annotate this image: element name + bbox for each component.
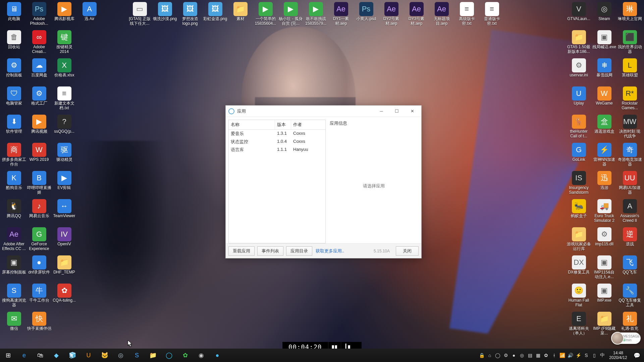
desktop-icon[interactable]: ▶腾讯视频 [26,114,52,142]
desktop-icon[interactable]: 🐜蚂蚁盒子 [566,198,591,227]
events-button[interactable]: 事件列表 [257,246,283,256]
desktop-icon[interactable]: ⬇软件管理 [1,114,26,142]
desktop-icon[interactable]: ISInsurgency Sandstorm [566,170,591,198]
tray-vol-icon[interactable]: 🔊 [566,349,574,362]
desktop-icon[interactable]: MW决胜时刻 现代战争 [617,114,642,142]
desktop-icon[interactable]: ▣IMP115&自动注入.e... [592,255,617,283]
desktop-icon[interactable]: AeDY2号素材.aep [379,1,404,29]
desktop-icon[interactable]: 逆逆战 [617,227,642,255]
taskbar-steam[interactable]: ◎ [113,349,129,362]
desktop-icon[interactable]: 迅迅游 [592,170,617,198]
tray-ime-icon[interactable]: 中 [598,349,606,362]
desktop-icon[interactable]: AeAdobe After Effects CC ... [1,227,26,255]
desktop-icon[interactable]: ●dnf录屏软件 [26,255,52,283]
desktop-icon[interactable]: AeDY1—素材.aep [328,1,354,29]
desktop-icon[interactable]: ⚙格式工厂 [26,86,52,114]
desktop-icon[interactable]: 飞QQ飞车 [617,255,642,283]
tray-t1-icon[interactable]: 🔒 [478,349,486,362]
taskbar-cq[interactable]: ● [209,349,225,362]
col-author[interactable]: 作者 [291,120,325,129]
desktop-icon[interactable]: ▣残局喊话.exe [592,29,617,58]
desktop-icon[interactable]: 📁素材 [228,1,253,29]
desktop-icon[interactable]: UUplay [566,86,591,114]
tray-net-icon[interactable]: 📶 [558,349,566,362]
reload-button[interactable]: 重载应用 [228,246,255,256]
desktop-icon[interactable]: X价格表.xlsx [52,58,77,86]
taskbar-app2[interactable]: 🧊 [64,349,80,362]
tray-t12-icon[interactable]: ▯ [590,349,598,362]
desktop-icon[interactable]: ❄暴雪战网 [592,58,617,86]
desktop-icon[interactable]: 商拼多多商家工作台 [1,142,26,170]
minimize-button[interactable]: ─ [374,106,389,117]
desktop-icon[interactable]: 🖥此电脑 [1,1,26,29]
close-button[interactable]: ✕ [405,106,420,117]
action-center-icon[interactable]: 💬 [630,352,644,359]
desktop-icon[interactable]: ⚡雷神NN加速器 [592,142,617,170]
desktop-icon[interactable]: S搜狗高速浏览器 [1,283,26,311]
tray-t3-icon[interactable]: ◯ [494,349,502,362]
desktop-icon[interactable]: L英雄联盟 [617,58,642,86]
desktop-icon[interactable]: R*Rockstar Games... [617,86,642,114]
taskbar-app4[interactable]: ◯ [161,349,177,362]
tray-t4-icon[interactable]: ⚙ [502,349,510,362]
close-dialog-button[interactable]: 关闭 [396,246,419,256]
desktop-icon[interactable]: 🖼梦想改造logo.png [177,1,203,29]
desktop-icon[interactable]: Ae无标题项目.aep [429,1,454,29]
desktop-icon[interactable]: ✉微信 [1,311,26,339]
taskbar-sogou[interactable]: S [129,349,145,362]
taskbar-obs[interactable]: ◉ [193,349,209,362]
desktop-icon[interactable]: ≡普通版卡密.txt [479,1,504,29]
desktop-icon[interactable]: GGoLink [566,142,591,170]
tray-t11-icon[interactable]: S [582,349,590,362]
desktop-icon[interactable]: 🙂Human Fall Flat [566,283,591,311]
desktop-icon[interactable]: 🐧腾讯QQ [1,198,26,227]
desktop-icon[interactable]: ✿CQA-tuling... [52,283,77,311]
desktop-icon[interactable]: 琳琳琅天上官网 [617,1,642,29]
desktop-icon[interactable]: B哔哩哔哩直播姬 [26,170,52,198]
desktop-icon[interactable]: A迅 Air [77,1,102,29]
desktop-icon[interactable]: 奇奇游电竞加速器 [617,142,642,170]
desktop-icon[interactable]: IVOpenIV [52,227,77,255]
tray-t2-icon[interactable]: ⌂ [486,349,494,362]
desktop-icon[interactable]: 牛千牛工作台 [26,283,52,311]
desktop-icon[interactable]: K酷狗音乐 [1,170,26,198]
tray-bt-icon[interactable]: ᚼ [550,349,558,362]
taskbar-app5[interactable]: ✿ [177,349,193,362]
desktop-icon[interactable]: UU网易UU加速器 [617,170,642,198]
message-pill[interactable]: MESSAGE 0/min [612,333,641,344]
maximize-button[interactable]: ☐ [389,106,405,117]
desktop-icon[interactable]: VGTVALaun... [566,1,591,29]
desktop-icon[interactable]: DXDX修复工具 [566,255,591,283]
desktop-icon[interactable]: AeDY3号素材.aep [404,1,429,29]
desktop-icon[interactable]: ⚙imp115.dll [592,227,617,255]
desktop-icon[interactable]: 🛡电脑管家 [1,86,26,114]
desktop-icon[interactable]: AAssassin's Creed II [617,198,642,227]
desktop-icon[interactable]: 📁游戏玩家必备运行库 [566,227,591,255]
appdir-button[interactable]: 应用目录 [286,246,312,256]
desktop-icon[interactable]: ∞Adobe Creati... [26,29,52,58]
col-version[interactable]: 版本 [275,120,291,129]
desktop-icon[interactable]: ?ssQGQ(p... [52,114,77,142]
taskbar-explorer[interactable]: 📁 [145,349,161,362]
taskbar-app1[interactable]: ◆ [48,349,64,362]
desktop-icon[interactable]: 键按键精灵2014 [52,29,77,58]
taskbar-start[interactable]: ⊞ [0,349,16,362]
desktop-icon[interactable]: ▶敢不敢挑战15835579... [303,1,328,29]
desktop-icon[interactable]: 🦌theHunter Call of t... [566,114,591,142]
tray-t8-icon[interactable]: ▦ [534,349,542,362]
desktop-icon[interactable]: ⚙控制面板 [1,58,26,86]
desktop-icon[interactable]: 快快手直播伴侣 [26,311,52,339]
desktop-icon[interactable]: ⬛我的世界启动器 [617,29,642,58]
clock[interactable]: 14:48 2020/4/12 [606,351,630,360]
desktop-icon[interactable]: ≡高级版卡密.txt [454,1,479,29]
taskbar-store[interactable]: 🛍 [32,349,48,362]
taskbar-edge[interactable]: e [16,349,32,362]
desktop-icon[interactable]: 🔧QQ飞车修复工具 [617,283,642,311]
desktop-icon[interactable]: 驱驱动精灵 [52,142,77,170]
desktop-icon[interactable]: 🖼彩虹金道.png [203,1,228,29]
desktop-icon[interactable]: ▣屏幕控制面板 [1,255,26,283]
desktop-icon[interactable]: ▶腾讯影视库 [52,1,77,29]
desktop-icon[interactable]: WWPS 2019 [26,142,52,170]
tray-t9-icon[interactable]: ✿ [542,349,550,362]
taskbar-uc[interactable]: U [80,349,97,362]
